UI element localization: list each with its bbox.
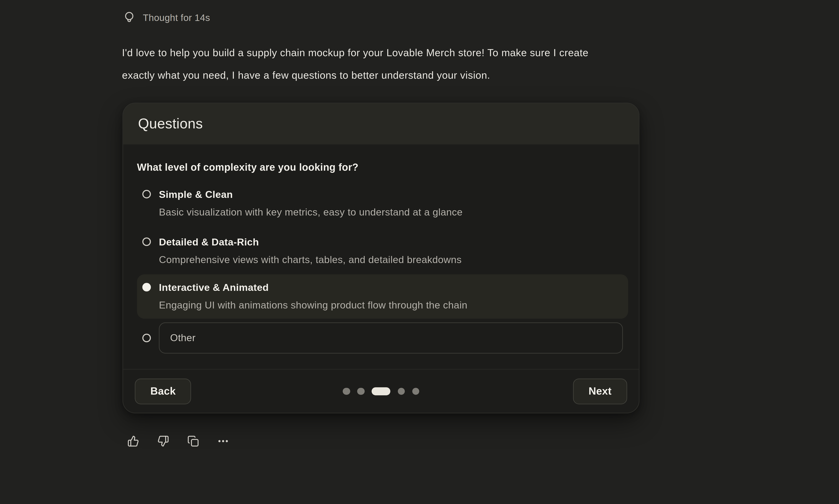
lightbulb-icon [124, 11, 135, 24]
message-line: I'd love to help you build a supply chai… [122, 42, 839, 64]
more-options-button[interactable] [217, 435, 229, 447]
option-title: Interactive & Animated [159, 281, 467, 294]
copy-button[interactable] [187, 435, 199, 447]
option-other[interactable] [137, 322, 628, 353]
more-options-icon [217, 435, 229, 447]
message-actions [127, 435, 839, 447]
options-list: Simple & Clean Basic visualization with … [137, 181, 628, 354]
other-input[interactable] [159, 322, 623, 353]
thought-toggle[interactable]: Thought for 14s [124, 11, 210, 25]
radio-icon[interactable] [142, 334, 151, 342]
thumbs-up-button[interactable] [127, 435, 139, 447]
option-simple-clean[interactable]: Simple & Clean Basic visualization with … [137, 181, 628, 226]
next-button[interactable]: Next [573, 378, 627, 404]
card-title: Questions [138, 115, 203, 132]
message-line: exactly what you need, I have a few ques… [122, 64, 839, 87]
option-interactive-animated[interactable]: Interactive & Animated Engaging UI with … [137, 274, 628, 319]
thought-label: Thought for 14s [143, 12, 210, 23]
question-text: What level of complexity are you looking… [137, 161, 628, 174]
pagination-dot [412, 388, 419, 395]
pagination-dot [398, 388, 405, 395]
option-description: Basic visualization with key metrics, ea… [159, 206, 462, 219]
questions-card: Questions What level of complexity are y… [123, 103, 640, 413]
questions-card-footer: Back Next [123, 369, 639, 413]
pagination-dots [343, 387, 419, 395]
radio-icon[interactable] [142, 237, 151, 246]
back-button[interactable]: Back [135, 378, 191, 404]
thumbs-up-icon [127, 435, 139, 447]
chat-view: Thought for 14s I'd love to help you bui… [0, 11, 839, 504]
assistant-message: I'd love to help you build a supply chai… [122, 42, 839, 87]
pagination-dot [343, 388, 350, 395]
copy-icon [187, 435, 199, 447]
option-detailed-data-rich[interactable]: Detailed & Data-Rich Comprehensive views… [137, 229, 628, 273]
pagination-dot-active [372, 387, 390, 395]
thumbs-down-button[interactable] [157, 435, 169, 447]
questions-card-header: Questions [123, 103, 639, 144]
option-description: Comprehensive views with charts, tables,… [159, 253, 461, 266]
questions-card-body: What level of complexity are you looking… [123, 161, 639, 369]
thumbs-down-icon [157, 435, 169, 447]
option-description: Engaging UI with animations showing prod… [159, 299, 467, 312]
radio-icon[interactable] [142, 190, 151, 198]
pagination-dot [357, 388, 364, 395]
option-title: Detailed & Data-Rich [159, 236, 461, 249]
option-title: Simple & Clean [159, 188, 462, 201]
radio-icon[interactable] [142, 283, 151, 291]
